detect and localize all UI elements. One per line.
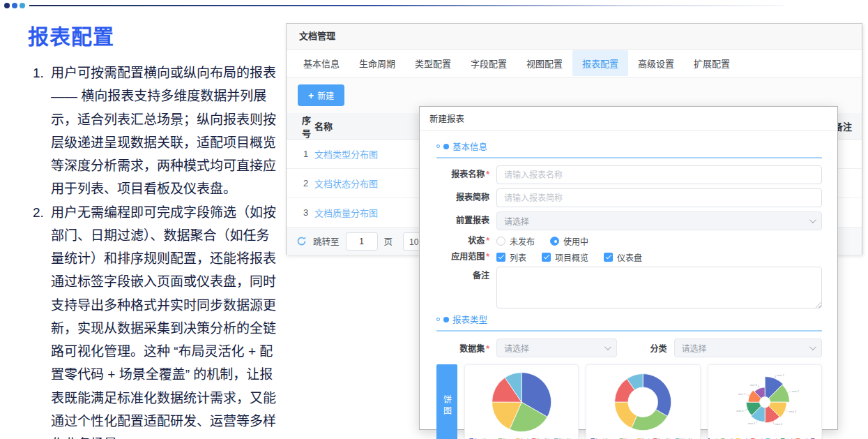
chart-type-tab-pie[interactable]: 饼图 xyxy=(436,364,457,439)
column-header-index: 序号 xyxy=(287,113,314,140)
field-label: 报表名称* xyxy=(436,165,496,184)
chevron-down-icon xyxy=(809,216,816,223)
required-asterisk: * xyxy=(486,236,489,246)
field-label: 备注 xyxy=(436,267,496,285)
page-number-input[interactable] xyxy=(346,232,378,251)
section-divider xyxy=(436,157,822,158)
radio-icon xyxy=(496,237,505,246)
new-report-modal: 新建报表 基本信息 报表名称* 报表简称 前置报表 请选择 xyxy=(419,106,838,430)
field-label: 分类 xyxy=(630,342,674,354)
feature-item: 用户无需编程即可完成字段筛选（如按部门、日期过滤）、数据聚合（如任务量统计）和排… xyxy=(47,201,280,439)
pie-chart-thumbnail[interactable]: Search EngineDirectEmailUnion AdsVideo A… xyxy=(464,364,579,439)
chevron-down-icon xyxy=(809,343,816,350)
svg-text:rose 7: rose 7 xyxy=(738,393,745,396)
section-title: 报表类型 xyxy=(452,313,487,326)
svg-text:rose 3: rose 3 xyxy=(789,410,795,413)
section-bullet-icon xyxy=(436,144,440,148)
form-row-dataset-category: 数据集* 请选择 分类 请选择 xyxy=(436,338,822,357)
form-row-pre-report: 前置报表 请选择 xyxy=(436,211,822,230)
rose-chart-thumbnail[interactable]: rose 1rose 2rose 3rose 4rose 5rose 6rose… xyxy=(708,364,822,439)
tab-view-config[interactable]: 视图配置 xyxy=(517,50,572,76)
donut-chart-thumbnail[interactable]: Search EngineDirectEmailUnion AdsVideo A… xyxy=(586,364,700,439)
required-asterisk: * xyxy=(486,344,489,354)
jump-to-label: 跳转至 xyxy=(313,235,340,248)
form-row-scope: 应用范围* 列表 项目概览 仪表盘 xyxy=(436,251,822,263)
plus-icon: + xyxy=(308,91,314,101)
section-header-basic: 基本信息 xyxy=(436,140,822,153)
dataset-field: 数据集* 请选择 xyxy=(436,338,630,357)
section-title: 基本信息 xyxy=(452,140,487,153)
field-label: 报表简称 xyxy=(436,188,496,207)
refresh-icon[interactable] xyxy=(296,236,307,246)
svg-text:rose 1: rose 1 xyxy=(777,374,784,377)
svg-text:rose 6: rose 6 xyxy=(736,410,743,412)
tab-bar: 基本信息 生命周期 类型配置 字段配置 视图配置 报表配置 高级设置 扩展配置 xyxy=(287,50,862,77)
radio-in-use[interactable]: 使用中 xyxy=(550,235,588,247)
modal-body: 基本信息 报表名称* 报表简称 前置报表 请选择 状态* xyxy=(420,131,837,439)
report-name-input[interactable] xyxy=(496,165,822,184)
radio-unpublished[interactable]: 未发布 xyxy=(496,235,535,247)
report-short-name-input[interactable] xyxy=(496,188,822,207)
checkbox-dashboard[interactable]: 仪表盘 xyxy=(604,251,642,263)
page-title: 报表配置 xyxy=(28,20,280,50)
section-divider xyxy=(436,330,822,332)
row-index: 2 xyxy=(287,178,314,188)
required-asterisk: * xyxy=(486,170,489,179)
checkbox-checked-icon xyxy=(496,253,505,262)
pre-report-select[interactable]: 请选择 xyxy=(496,211,822,230)
window-title: 文档管理 xyxy=(299,31,335,41)
section-header-type: 报表类型 xyxy=(436,313,822,326)
category-select-value: 请选择 xyxy=(682,342,707,354)
category-field: 分类 请选择 xyxy=(630,338,823,357)
modal-title: 新建报表 xyxy=(420,107,837,131)
field-label: 数据集* xyxy=(436,342,496,354)
window-title-bar: 文档管理 xyxy=(287,24,862,50)
tab-basic-info[interactable]: 基本信息 xyxy=(294,50,349,76)
tab-advanced-settings[interactable]: 高级设置 xyxy=(628,50,684,76)
feature-item: 用户可按需配置横向或纵向布局的报表 —— 横向报表支持多维度数据并列展示，适合列… xyxy=(47,61,280,201)
svg-text:rose 2: rose 2 xyxy=(791,390,798,393)
form-row-remark: 备注 xyxy=(436,267,822,308)
tab-report-config[interactable]: 报表配置 xyxy=(572,50,628,76)
checkbox-project-overview[interactable]: 项目概览 xyxy=(542,251,588,263)
remark-textarea[interactable] xyxy=(496,267,822,308)
svg-text:rose 5: rose 5 xyxy=(748,422,755,425)
field-label: 应用范围* xyxy=(436,251,496,263)
svg-text:rose 8: rose 8 xyxy=(749,384,756,387)
description-panel: 报表配置 用户可按需配置横向或纵向布局的报表 —— 横向报表支持多维度数据并列展… xyxy=(26,20,280,439)
decor-top-line xyxy=(29,5,784,6)
feature-list: 用户可按需配置横向或纵向布局的报表 —— 横向报表支持多维度数据并列展示，适合列… xyxy=(26,61,280,439)
page-unit-label: 页 xyxy=(384,235,393,248)
dataset-select-value: 请选择 xyxy=(504,342,529,354)
section-bullet-icon xyxy=(443,317,449,322)
new-report-button[interactable]: + 新建 xyxy=(298,84,344,106)
section-bullet-icon xyxy=(436,318,440,321)
tab-lifecycle[interactable]: 生命周期 xyxy=(349,50,405,76)
form-row-report-name: 报表名称* xyxy=(436,165,822,184)
form-row-report-short-name: 报表简称 xyxy=(436,188,822,207)
new-report-button-label: 新建 xyxy=(317,89,334,101)
form-row-status: 状态* 未发布 使用中 xyxy=(436,235,822,247)
row-index: 1 xyxy=(287,149,314,159)
slide-canvas: 报表配置 用户可按需配置横向或纵向布局的报表 —— 横向报表支持多维度数据并列展… xyxy=(0,0,868,439)
chart-type-gallery: 饼图 Search EngineDirectEmailUnion AdsVide… xyxy=(436,364,822,439)
tab-type-config[interactable]: 类型配置 xyxy=(405,50,461,76)
checkbox-list[interactable]: 列表 xyxy=(496,251,526,263)
field-label: 状态* xyxy=(436,235,496,247)
chevron-down-icon xyxy=(604,343,611,350)
decor-dots-icon xyxy=(4,3,25,8)
tab-extension-config[interactable]: 扩展配置 xyxy=(684,50,740,76)
row-index: 3 xyxy=(287,207,314,218)
dataset-select[interactable]: 请选择 xyxy=(496,338,617,357)
field-label: 前置报表 xyxy=(436,211,496,230)
section-bullet-icon xyxy=(443,144,449,149)
category-select[interactable]: 请选择 xyxy=(674,338,823,357)
tab-field-config[interactable]: 字段配置 xyxy=(461,50,517,76)
required-asterisk: * xyxy=(486,252,489,262)
checkbox-checked-icon xyxy=(542,253,551,262)
radio-checked-icon xyxy=(550,237,559,246)
svg-text:rose 4: rose 4 xyxy=(775,423,782,426)
checkbox-checked-icon xyxy=(604,253,613,262)
pre-report-select-value: 请选择 xyxy=(504,215,529,227)
